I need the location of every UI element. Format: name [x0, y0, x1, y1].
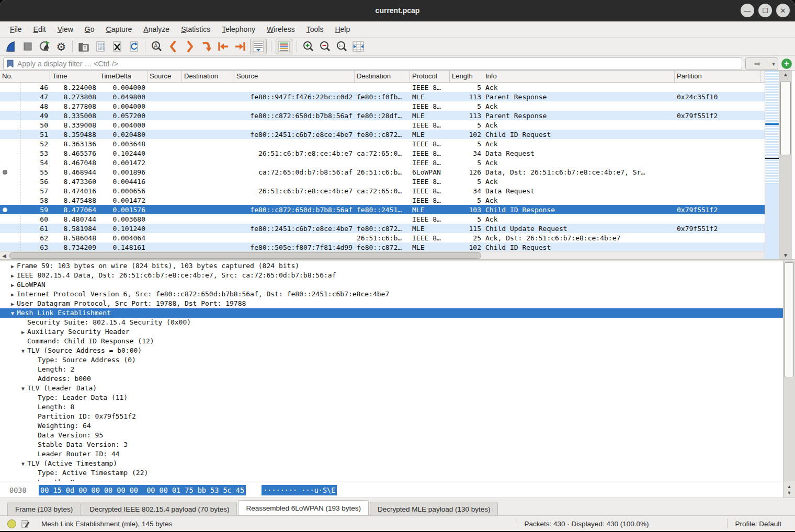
scroll-up-arrow-icon[interactable]: ▲	[783, 71, 788, 79]
stop-capture-button[interactable]	[20, 39, 36, 54]
column-header-protocol-7[interactable]: Protocol	[410, 71, 450, 82]
go-first-packet-button[interactable]	[215, 39, 231, 54]
profile-label[interactable]: Profile: Default	[735, 520, 781, 528]
column-header-info-9[interactable]: Info	[483, 71, 675, 82]
detail-line[interactable]: Partition ID: 0x79f551f2	[0, 412, 783, 421]
apply-filter-button[interactable]: ➡ ▼	[745, 57, 778, 70]
go-back-button[interactable]	[165, 39, 181, 54]
go-to-packet-button[interactable]	[199, 39, 214, 54]
expander-open-icon[interactable]: ▼	[19, 384, 27, 394]
packet-row-58[interactable]: 588.4754880.001472IEEE 8…5Ack	[0, 195, 765, 205]
detail-line[interactable]: ▶IEEE 802.15.4 Data, Dst: 26:51:c6:b7:e8…	[0, 271, 783, 280]
detail-line[interactable]: Type: Leader Data (11)	[0, 393, 783, 402]
expander-closed-icon[interactable]: ▶	[8, 281, 17, 290]
packet-row-51[interactable]: 518.3594880.020480fe80::2451:c6b7:e8ce:4…	[0, 130, 765, 139]
detail-vscroll-thumb[interactable]	[785, 262, 794, 377]
detail-line[interactable]: Address: b000	[0, 374, 783, 384]
column-header-no-0[interactable]: No.	[0, 71, 50, 82]
zoom-out-button[interactable]	[317, 39, 333, 54]
detail-line[interactable]: ▼TLV (Leader Data)	[0, 384, 783, 393]
detail-line[interactable]: ▼Mesh Link Establishment	[0, 308, 783, 318]
packet-row-47[interactable]: 478.2738080.049800fe80::947f:f476:22bc:c…	[0, 92, 765, 101]
column-header-destination-4[interactable]: Destination	[182, 71, 234, 82]
open-file-button[interactable]	[76, 39, 92, 54]
expander-closed-icon[interactable]: ▶	[8, 271, 17, 281]
column-header-source-3[interactable]: Source	[147, 71, 182, 82]
detail-line[interactable]: Command: Child ID Response (12)	[0, 337, 783, 346]
detail-line[interactable]: Type: Active Timestamp (22)	[0, 468, 783, 478]
detail-line[interactable]: ▶6LoWPAN	[0, 280, 783, 290]
hex-bytes-selected[interactable]: 00 15 0d 00 00 00 00 00 00 00 01 75 bb 5…	[39, 485, 246, 495]
packet-list-vscroll-track[interactable]	[779, 79, 792, 251]
packet-row-59[interactable]: 598.4770640.001576fe80::c872:650d:b7b8:5…	[0, 205, 765, 214]
menu-item-statistics[interactable]: Statistics	[175, 23, 216, 36]
intelligent-scrollbar-minimap[interactable]	[765, 71, 779, 260]
titlebar[interactable]: current.pcap — ☐ ✕	[0, 0, 795, 21]
column-header-length-8[interactable]: Length	[450, 71, 483, 82]
byte-tab-reassembled-6lowpan-193-bytes[interactable]: Reassembled 6LoWPAN (193 bytes)	[238, 500, 369, 516]
expert-info-icon[interactable]	[7, 519, 16, 528]
packet-row-48[interactable]: 488.2778080.004000IEEE 8…5Ack	[0, 101, 765, 111]
scroll-left-arrow-icon[interactable]: ◀	[0, 253, 8, 259]
detail-line[interactable]: ▼TLV (Source Address = b0:00)	[0, 346, 783, 355]
packet-row-46[interactable]: 468.2240080.004000IEEE 8…5Ack	[0, 83, 765, 92]
hex-ascii-selected[interactable]: ········ ···u·S\E	[262, 485, 337, 495]
menu-item-file[interactable]: File	[4, 23, 28, 36]
capture-comment-icon[interactable]	[21, 519, 30, 528]
start-capture-button[interactable]	[3, 39, 19, 54]
column-header-time-1[interactable]: Time	[50, 71, 98, 82]
scroll-down-arrow-icon[interactable]: ▼	[783, 251, 788, 260]
detail-line[interactable]: Type: Source Address (0)	[0, 355, 783, 365]
detail-line[interactable]: ▶Auxiliary Security Header	[0, 327, 783, 337]
packet-list-vscroll-thumb[interactable]	[780, 81, 791, 155]
detail-vscrollbar[interactable]	[783, 261, 795, 481]
menu-item-telephony[interactable]: Telephony	[216, 23, 261, 36]
detail-line[interactable]: Security Suite: 802.15.4 Security (0x00)	[0, 318, 783, 327]
packet-list-vscrollbar[interactable]: ▲ ▼	[779, 71, 792, 260]
detail-line[interactable]: Weighting: 64	[0, 421, 783, 431]
menu-item-tools[interactable]: Tools	[301, 23, 330, 36]
detail-line[interactable]: ▶User Datagram Protocol, Src Port: 19788…	[0, 299, 783, 308]
scroll-up-arrow-icon[interactable]: ▲	[787, 483, 792, 490]
packet-row-63[interactable]: 638.7342090.148161fe80::505e:f807:7f81:4…	[0, 242, 765, 251]
detail-line[interactable]: Length: 8	[0, 402, 783, 412]
packet-row-54[interactable]: 548.4670480.001472IEEE 8…5Ack	[0, 158, 765, 167]
close-file-button[interactable]	[109, 39, 125, 54]
filter-dropdown-caret-icon[interactable]: ▼	[769, 61, 778, 67]
column-header-partition-10[interactable]: Partition	[675, 71, 760, 82]
byte-tab-decrypted-mle-payload-130-bytes[interactable]: Decrypted MLE payload (130 bytes)	[370, 502, 498, 516]
add-filter-button-plus-icon[interactable]: +	[781, 59, 792, 69]
byte-tab-decrypted-ieee-802-15-4-payload-70-bytes[interactable]: Decrypted IEEE 802.15.4 payload (70 byte…	[82, 502, 237, 516]
hex-vscrollbar[interactable]: ▲▼	[783, 481, 795, 498]
column-header-timedelta-2[interactable]: TimeDelta	[98, 71, 147, 82]
capture-options-button[interactable]: ⚙	[53, 39, 69, 54]
menu-item-view[interactable]: View	[52, 23, 79, 36]
minimize-button[interactable]: —	[741, 4, 754, 17]
auto-scroll-toggle[interactable]	[250, 39, 267, 54]
detail-line[interactable]: Leader Router ID: 44	[0, 449, 783, 459]
reload-button[interactable]	[126, 39, 142, 54]
packet-row-52[interactable]: 528.3631360.003648IEEE 8…5Ack	[0, 139, 765, 148]
horizontal-scrollbar-thumb[interactable]	[9, 252, 481, 259]
display-filter-input[interactable]: Apply a display filter … <Ctrl-/>	[3, 57, 742, 70]
menu-item-help[interactable]: Help	[329, 23, 356, 36]
column-header-destination-6[interactable]: Destination	[355, 71, 410, 82]
packet-row-50[interactable]: 508.3390080.004000IEEE 8…5Ack	[0, 120, 765, 130]
expander-open-icon[interactable]: ▼	[19, 346, 27, 356]
expander-closed-icon[interactable]: ▶	[8, 290, 17, 299]
horizontal-scrollbar[interactable]: ◀	[0, 251, 765, 260]
restart-capture-button[interactable]	[37, 39, 52, 54]
close-button[interactable]: ✕	[776, 4, 790, 17]
menu-item-edit[interactable]: Edit	[28, 23, 52, 36]
expander-open-icon[interactable]: ▼	[19, 459, 27, 469]
packet-row-56[interactable]: 568.4733600.004416IEEE 8…5Ack	[0, 177, 765, 186]
colorize-toggle[interactable]	[276, 39, 292, 54]
column-header-source-5[interactable]: Source	[234, 71, 355, 82]
packet-row-49[interactable]: 498.3350080.057200fe80::c872:650d:b7b8:5…	[0, 111, 765, 120]
save-file-button[interactable]: 010101100011	[93, 39, 108, 54]
scroll-down-arrow-icon[interactable]: ▼	[787, 490, 792, 496]
expander-closed-icon[interactable]: ▶	[8, 262, 17, 271]
menu-item-go[interactable]: Go	[79, 23, 100, 36]
zoom-original-button[interactable]: 1:1	[334, 39, 349, 54]
detail-line[interactable]: ▶Frame 59: 103 bytes on wire (824 bits),…	[0, 261, 783, 271]
